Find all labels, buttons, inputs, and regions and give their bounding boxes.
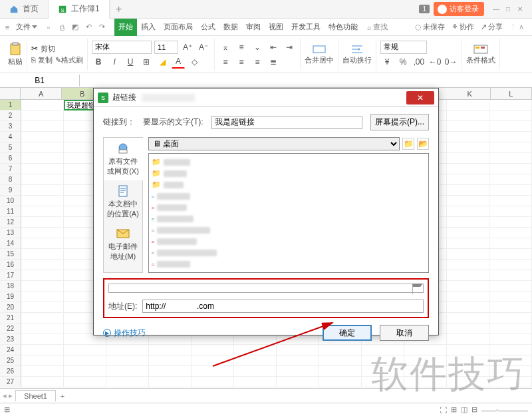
cell[interactable]: [21, 185, 64, 196]
cell[interactable]: [447, 142, 489, 153]
align-center-button[interactable]: ≡: [235, 55, 248, 69]
cell[interactable]: [447, 334, 489, 345]
cell[interactable]: [21, 345, 64, 355]
cell[interactable]: [21, 217, 64, 228]
browse-icon[interactable]: 📂: [417, 138, 429, 150]
list-item[interactable]: ▫: [152, 258, 426, 270]
unsaved-button[interactable]: ◌未保存: [415, 22, 445, 32]
cell[interactable]: [489, 377, 532, 387]
cell[interactable]: [447, 355, 489, 366]
font-size-select[interactable]: [154, 41, 178, 54]
cell[interactable]: [21, 132, 64, 142]
cell[interactable]: [447, 217, 489, 228]
row-header[interactable]: 13: [0, 228, 21, 238]
number-format-select[interactable]: [380, 41, 427, 54]
cell[interactable]: [362, 355, 404, 366]
underline-button[interactable]: U: [124, 55, 137, 69]
cell[interactable]: [277, 377, 319, 387]
row-header[interactable]: 14: [0, 238, 21, 249]
select-all-corner[interactable]: [0, 88, 21, 99]
side-item-file[interactable]: 原有文件或网页(X): [104, 138, 143, 180]
cell[interactable]: [447, 132, 489, 142]
new-tab-button[interactable]: +: [110, 3, 128, 15]
cell[interactable]: [447, 238, 489, 249]
cell[interactable]: [21, 334, 64, 345]
list-item[interactable]: 📁: [152, 156, 426, 168]
cell[interactable]: [21, 377, 64, 387]
screen-tip-button[interactable]: 屏幕提示(P)...: [370, 114, 429, 130]
cell[interactable]: [489, 100, 532, 110]
row-header[interactable]: 11: [0, 206, 21, 217]
up-folder-icon[interactable]: 📁: [402, 138, 414, 150]
cell[interactable]: [447, 164, 489, 174]
cell[interactable]: [21, 142, 64, 153]
row-header[interactable]: 22: [0, 323, 21, 334]
ribbon-tab-review[interactable]: 审阅: [242, 19, 265, 36]
row-header[interactable]: 25: [0, 355, 21, 366]
cell[interactable]: [234, 377, 277, 387]
share-button[interactable]: ↗分享: [481, 22, 503, 32]
name-box[interactable]: B1: [0, 75, 80, 87]
list-item[interactable]: 📁: [152, 168, 426, 179]
cell[interactable]: [447, 228, 489, 238]
italic-button[interactable]: I: [108, 55, 121, 69]
cell[interactable]: [319, 377, 362, 387]
cell[interactable]: [489, 164, 532, 174]
indent-right-button[interactable]: ⇥: [283, 41, 296, 54]
row-header[interactable]: 4: [0, 132, 21, 142]
side-item-doc[interactable]: 本文档中的位置(A): [104, 180, 142, 223]
copy-button[interactable]: ⎘ 复制: [31, 55, 53, 65]
row-header[interactable]: 23: [0, 334, 21, 345]
location-select[interactable]: 🖥 桌面: [148, 137, 400, 150]
cell[interactable]: [489, 196, 532, 206]
comma-button[interactable]: ‚00: [412, 55, 426, 69]
row-header[interactable]: 20: [0, 302, 21, 313]
col-header[interactable]: K: [450, 88, 491, 99]
cell[interactable]: [447, 185, 489, 196]
save-icon[interactable]: ▫: [44, 23, 53, 32]
dialog-titlebar[interactable]: S 超链接 ✕: [94, 89, 438, 107]
address-input[interactable]: [142, 300, 424, 313]
align-top-button[interactable]: ⌅: [219, 41, 232, 54]
row-header[interactable]: 26: [0, 366, 21, 377]
cell[interactable]: [106, 366, 149, 377]
cell[interactable]: [489, 302, 532, 313]
login-button[interactable]: 访客登录: [434, 2, 484, 16]
cell[interactable]: [21, 153, 64, 164]
cell[interactable]: [489, 281, 532, 292]
effects-button[interactable]: ◇: [188, 55, 201, 69]
cell[interactable]: [489, 121, 532, 132]
cell[interactable]: [447, 174, 489, 185]
col-header[interactable]: L: [491, 88, 532, 99]
list-item[interactable]: 📁: [152, 179, 426, 190]
cell[interactable]: [21, 292, 64, 302]
tab-home[interactable]: 首页: [0, 0, 49, 19]
ribbon-tab-layout[interactable]: 页面布局: [160, 19, 197, 36]
row-header[interactable]: 27: [0, 377, 21, 387]
search-box[interactable]: ⌕查找: [367, 22, 388, 32]
cell[interactable]: [489, 260, 532, 270]
ribbon-tab-special[interactable]: 特色功能: [325, 19, 362, 36]
cell[interactable]: [489, 366, 532, 377]
cell[interactable]: [192, 355, 234, 366]
row-header[interactable]: 18: [0, 281, 21, 292]
cell[interactable]: [489, 185, 532, 196]
ribbon-tab-data[interactable]: 数据: [219, 19, 242, 36]
cell[interactable]: [319, 366, 362, 377]
cell[interactable]: [21, 174, 64, 185]
cell[interactable]: [64, 366, 106, 377]
row-header[interactable]: 8: [0, 174, 21, 185]
ribbon-tab-dev[interactable]: 开发工具: [287, 19, 325, 36]
cell[interactable]: [277, 366, 319, 377]
cell[interactable]: [362, 366, 404, 377]
cell[interactable]: [21, 260, 64, 270]
cell[interactable]: [489, 142, 532, 153]
percent-button[interactable]: %: [396, 55, 410, 69]
align-mid-button[interactable]: ≡: [235, 41, 248, 54]
file-list[interactable]: 📁 📁 📁 ▫ ▫ ▫ ▫ ▫ ▫ ▫: [148, 153, 429, 273]
list-item[interactable]: ▫: [152, 236, 426, 247]
cell[interactable]: [106, 355, 149, 366]
ribbon-tab-formula[interactable]: 公式: [197, 19, 219, 36]
cell[interactable]: [192, 366, 234, 377]
cell[interactable]: [277, 355, 319, 366]
